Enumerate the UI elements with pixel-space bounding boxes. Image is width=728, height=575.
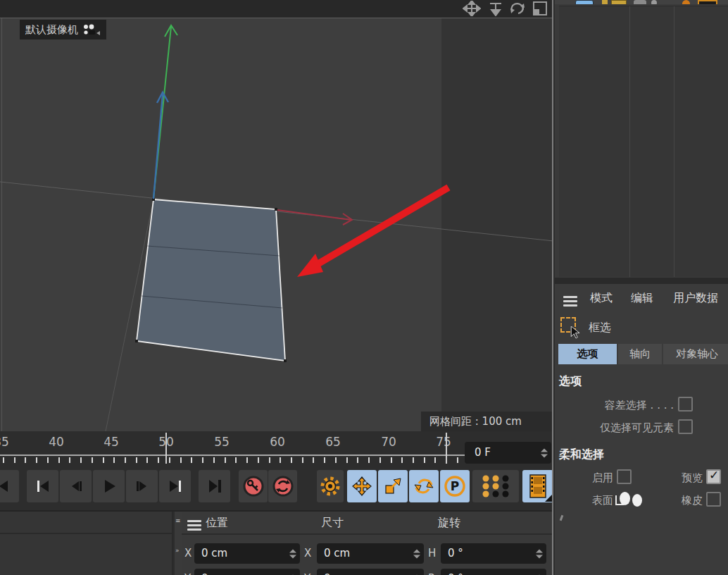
rotation-header: 旋转 <box>438 512 460 533</box>
render-settings-button[interactable] <box>522 470 553 502</box>
jump-end-button[interactable] <box>199 470 230 502</box>
previous-frame-button[interactable] <box>60 470 92 502</box>
pos-x-label: X <box>184 543 192 564</box>
rot-p-label: P <box>428 569 434 575</box>
panel-divider[interactable] <box>552 0 553 575</box>
record-position-button[interactable] <box>347 470 377 502</box>
maximize-view-icon[interactable] <box>531 1 549 16</box>
size-x-label: X <box>304 543 311 564</box>
size-y-field[interactable]: 0 <box>317 569 424 575</box>
dolly-view-icon[interactable] <box>487 1 505 16</box>
plane-object <box>135 198 287 362</box>
camera-label[interactable]: 默认摄像机 <box>20 20 106 39</box>
autokey-button[interactable] <box>268 470 297 502</box>
ruler-label: 35 <box>0 435 9 449</box>
viewport-canvas[interactable]: 默认摄像机 网格间距 : 100 cm <box>0 18 553 431</box>
tab-axis[interactable]: 轴向 <box>618 344 662 364</box>
pos-y-label: Y <box>184 569 191 575</box>
surface-dot-2[interactable] <box>632 494 642 507</box>
rot-h-label: H <box>428 543 436 564</box>
y-axis-arrow <box>153 25 177 199</box>
panel-splitter[interactable] <box>555 278 728 284</box>
tool-label: 框选 <box>589 321 611 335</box>
pos-y-field[interactable]: 0 <box>194 569 300 575</box>
visible-only-checkbox[interactable] <box>678 419 693 434</box>
strip-expand-icon[interactable]: » <box>175 547 180 554</box>
panel-edge-strip[interactable]: ≡ » <box>175 512 182 575</box>
visibility-dot-icon[interactable] <box>651 0 657 4</box>
enable-label: 启用 <box>561 471 613 485</box>
current-frame-field[interactable]: 0 F <box>465 442 551 464</box>
move-icon <box>351 476 372 497</box>
enable-checkbox[interactable] <box>617 469 632 484</box>
tolerance-checkbox[interactable] <box>678 397 693 412</box>
ruler-label: 70 <box>381 435 396 449</box>
camera-label-text: 默认摄像机 <box>25 23 78 37</box>
object-label-fragment-2 <box>611 0 627 4</box>
rot-p-field[interactable]: 0 ° <box>441 569 546 575</box>
tab-object-axis[interactable]: 对象轴心 <box>663 344 728 364</box>
scale-icon <box>382 476 403 497</box>
pla-dots-icon <box>480 474 511 499</box>
eraser-label: 橡皮 <box>651 494 703 507</box>
record-scale-button[interactable] <box>378 470 408 502</box>
preview-checkbox[interactable] <box>706 469 721 484</box>
range-marker-start[interactable] <box>165 433 167 464</box>
menu-mode[interactable]: 模式 <box>590 284 613 312</box>
goto-start-button[interactable] <box>27 470 58 502</box>
coords-menu-icon[interactable] <box>187 518 201 533</box>
preview-label: 预览 <box>651 471 703 485</box>
ruler-label: 75 <box>436 435 451 449</box>
autokey-icon <box>272 475 294 497</box>
tolerance-label: 容差选择 . . . . <box>561 399 674 412</box>
attribute-manager: 模式 编辑 用户数据 框选 选项 轴向 对象轴心 选项 容差选择 . . . .… <box>555 284 728 575</box>
goto-end-button[interactable] <box>159 470 191 502</box>
record-parameter-button[interactable]: P <box>440 470 470 502</box>
menu-edit[interactable]: 编辑 <box>631 284 653 312</box>
attr-menu-icon[interactable] <box>563 294 577 309</box>
rot-h-field[interactable]: 0 ° <box>441 543 546 564</box>
next-frame-button[interactable] <box>126 470 158 502</box>
bottom-left-panel <box>0 512 173 575</box>
size-x-field[interactable]: 0 cm <box>317 543 424 564</box>
size-y-label: Y <box>304 569 310 575</box>
plane-object-icon <box>575 0 594 4</box>
timeline-ruler[interactable]: 35 40 45 50 55 60 65 70 75 0 F <box>0 431 553 465</box>
range-marker-end[interactable] <box>446 433 447 464</box>
surface-dot-1[interactable] <box>620 492 630 505</box>
record-pla-button[interactable] <box>472 470 519 502</box>
state-dot-icon[interactable] <box>682 0 690 4</box>
tab-options[interactable]: 选项 <box>558 344 617 364</box>
pan-view-icon[interactable] <box>463 1 481 16</box>
frame-spinner[interactable] <box>541 448 548 457</box>
object-manager-list[interactable] <box>559 6 728 277</box>
coordinate-manager: 位置 尺寸 旋转 X 0 cm X 0 cm H 0 ° Y 0 Y 0 P 0… <box>182 512 553 575</box>
menu-user-data[interactable]: 用户数据 <box>673 284 718 312</box>
ruler-label: 60 <box>270 435 285 449</box>
position-header: 位置 <box>206 512 228 533</box>
options-heading: 选项 <box>559 374 582 389</box>
play-button[interactable] <box>93 470 125 502</box>
cursor-icon <box>570 326 582 339</box>
record-keyframe-button[interactable] <box>239 470 268 502</box>
scene-overlay <box>0 18 553 431</box>
object-row-plane[interactable] <box>555 0 728 4</box>
pos-x-field[interactable]: 0 cm <box>194 543 300 564</box>
keying-settings-button[interactable] <box>317 470 344 502</box>
grid-spacing-label: 网格间距 : 100 cm <box>421 412 553 431</box>
z-axis-arrow <box>153 92 168 199</box>
partial-left-button[interactable] <box>0 470 19 502</box>
record-rotation-button[interactable] <box>409 470 439 502</box>
right-panel: 模式 编辑 用户数据 框选 选项 轴向 对象轴心 选项 容差选择 . . . .… <box>555 0 728 575</box>
object-label-fragment <box>602 0 608 4</box>
svg-text:P: P <box>451 479 459 493</box>
eraser-checkbox[interactable] <box>706 492 721 507</box>
visibility-toggle-icon[interactable] <box>634 0 646 4</box>
strip-menu-icon[interactable]: ≡ <box>175 517 181 524</box>
viewport-topbar <box>0 0 553 18</box>
material-tag-icon[interactable] <box>698 0 717 4</box>
gear-icon <box>319 475 341 497</box>
ruler-label: 65 <box>325 435 341 449</box>
rotate-view-icon[interactable] <box>508 1 527 16</box>
stray-mark <box>560 515 564 521</box>
